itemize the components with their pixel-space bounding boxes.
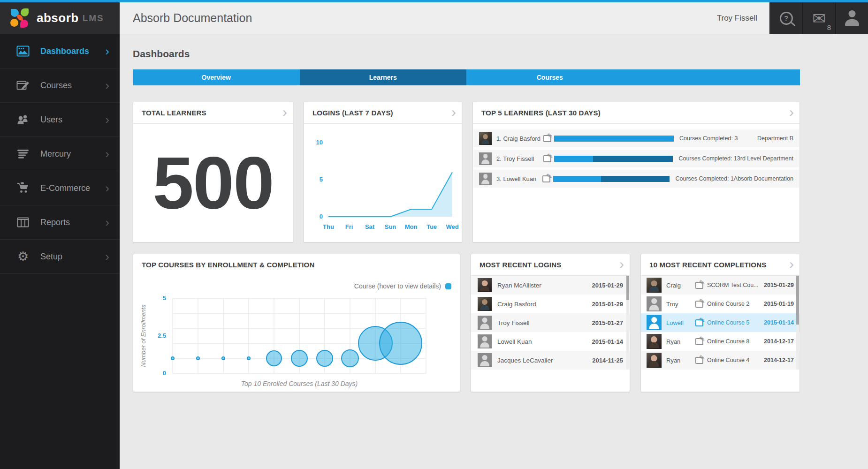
tab-courses[interactable]: Courses xyxy=(466,69,633,85)
sidebar-item-ecommerce[interactable]: E-Commerce › xyxy=(0,171,120,205)
cards-row-2: TOP COURSES BY ENROLLMENT & COMPLETION C… xyxy=(133,254,800,392)
sidebar-item-label: Courses xyxy=(40,81,72,91)
svg-text:Sat: Sat xyxy=(365,223,375,230)
login-row[interactable]: Ryan McAllister 2015-01-29 xyxy=(471,276,630,295)
login-row[interactable]: Troy Fissell 2015-01-27 xyxy=(471,313,630,332)
department: Department B xyxy=(757,135,793,142)
brand-logo[interactable]: absorb LMS xyxy=(0,2,120,34)
department: 3rd Level Department xyxy=(737,155,793,162)
reports-icon xyxy=(16,216,30,228)
login-row[interactable]: Lowell Kuan 2015-01-14 xyxy=(471,332,630,351)
mail-icon: ✉ xyxy=(812,11,826,25)
avatar xyxy=(647,353,662,368)
profile-button[interactable] xyxy=(835,2,868,34)
top-accent-strip xyxy=(0,0,868,2)
sidebar-item-setup[interactable]: ⚙ Setup › xyxy=(0,240,120,274)
avatar xyxy=(647,278,662,293)
completion-row[interactable]: Ryan Online Course 4 2014-12-17 xyxy=(641,351,799,370)
search-icon: ? xyxy=(780,12,793,25)
sidebar-item-label: Dashboards xyxy=(40,46,89,56)
svg-text:5: 5 xyxy=(320,176,323,183)
course-name: Online Course 4 xyxy=(707,357,761,363)
sidebar-item-label: Setup xyxy=(40,252,62,262)
tab-learners[interactable]: Learners xyxy=(300,69,467,85)
login-date: 2015-01-29 xyxy=(592,301,624,308)
edit-note-icon[interactable] xyxy=(542,175,550,182)
learner-name: 1. Craig Basford xyxy=(496,135,543,142)
total-learners-value: 500 xyxy=(133,124,293,241)
card-title: TOP 5 LEARNERS (LAST 30 DAYS) xyxy=(473,102,799,124)
gear-icon: ⚙ xyxy=(16,250,30,263)
chevron-right-icon[interactable]: › xyxy=(282,102,287,122)
completion-row-selected[interactable]: Lowell Online Course 5 2015-01-14 xyxy=(641,313,799,332)
svg-text:Wed: Wed xyxy=(446,223,458,230)
edit-note-icon[interactable] xyxy=(695,301,703,308)
avatar xyxy=(478,278,492,292)
login-date: 2015-01-14 xyxy=(592,338,624,345)
sidebar: absorb LMS Dashboards › Courses › xyxy=(0,2,120,469)
topbar: Absorb Documentation Troy Fissell ? ✉ 8 xyxy=(120,2,868,34)
chevron-right-icon[interactable]: › xyxy=(451,102,456,122)
avatar xyxy=(479,132,492,145)
learner-row[interactable]: 1. Craig Basford Courses Completed: 3 De… xyxy=(473,129,799,147)
edit-note-icon[interactable] xyxy=(695,282,703,289)
login-row[interactable]: Jacques LeCavalier 2014-11-25 xyxy=(471,351,630,370)
avatar xyxy=(479,152,492,165)
recent-completions-card: 10 MOST RECENT COMPLETIONS › Craig SCORM… xyxy=(640,254,800,392)
course-name: Online Course 8 xyxy=(707,338,761,345)
current-user-name[interactable]: Troy Fissell xyxy=(717,14,757,23)
cart-icon xyxy=(16,182,30,194)
completion-row[interactable]: Ryan Online Course 8 2014-12-17 xyxy=(641,332,799,351)
edit-note-icon[interactable] xyxy=(543,155,551,162)
card-title: TOP COURSES BY ENROLLMENT & COMPLETION xyxy=(133,254,460,276)
chevron-right-icon[interactable]: › xyxy=(789,254,794,274)
chevron-right-icon[interactable]: › xyxy=(619,254,624,274)
avatar xyxy=(478,316,492,330)
edit-note-icon[interactable] xyxy=(695,357,703,364)
user-name: Lowell Kuan xyxy=(497,338,532,345)
learner-row[interactable]: 2. Troy Fissell Courses Completed: 1 3rd… xyxy=(473,150,799,167)
edit-note-icon[interactable] xyxy=(695,319,703,326)
completion-row[interactable]: Troy Online Course 2 2015-01-19 xyxy=(641,295,799,313)
recent-logins-list: Ryan McAllister 2015-01-29 Craig Basford… xyxy=(471,276,630,370)
sidebar-item-mercury[interactable]: Mercury › xyxy=(0,137,120,171)
scrollbar-track[interactable] xyxy=(796,276,799,370)
sidebar-item-dashboards[interactable]: Dashboards › xyxy=(0,34,120,68)
svg-text:Thu: Thu xyxy=(323,223,334,230)
scrollbar-thumb[interactable] xyxy=(796,276,799,325)
course-legend-dot-icon xyxy=(445,283,451,289)
card-title: LOGINS (LAST 7 DAYS) xyxy=(304,102,462,124)
sidebar-item-label: Mercury xyxy=(40,149,71,159)
completion-row[interactable]: Craig SCORM Test Cou... 2015-01-29 xyxy=(641,276,799,295)
absorb-lms-app: absorb LMS Dashboards › Courses › xyxy=(0,0,868,469)
sidebar-item-label: Reports xyxy=(40,218,70,227)
learner-row[interactable]: 3. Lowell Kuan Courses Completed: 1 Abso… xyxy=(473,170,799,188)
top-courses-card: TOP COURSES BY ENROLLMENT & COMPLETION C… xyxy=(133,254,460,392)
sidebar-item-users[interactable]: Users › xyxy=(0,103,120,137)
chevron-right-icon[interactable]: › xyxy=(789,102,794,122)
user-name: Craig Basford xyxy=(497,301,536,308)
legend-label: Course (hover to view details) xyxy=(354,282,441,290)
avatar xyxy=(647,334,662,349)
topbar-right: Troy Fissell ? ✉ 8 xyxy=(717,2,868,34)
sidebar-item-reports[interactable]: Reports › xyxy=(0,205,120,240)
search-button[interactable]: ? xyxy=(769,2,802,34)
svg-text:Mon: Mon xyxy=(405,223,418,230)
tab-overview[interactable]: Overview xyxy=(133,69,300,85)
sidebar-item-courses[interactable]: Courses › xyxy=(0,68,120,103)
card-title: TOTAL LEARNERS xyxy=(133,102,293,124)
courses-completed: Courses Completed: 3 xyxy=(679,135,738,142)
courses-completed: Courses Completed: 1 xyxy=(678,155,737,162)
brand-suffix: LMS xyxy=(83,13,104,23)
login-row[interactable]: Craig Basford 2015-01-29 xyxy=(471,295,630,313)
completion-date: 2014-12-17 xyxy=(764,338,794,345)
scrollbar-thumb[interactable] xyxy=(626,276,629,300)
scrollbar-track[interactable] xyxy=(626,276,629,370)
user-name: Ryan xyxy=(666,338,695,345)
messages-button[interactable]: ✉ 8 xyxy=(802,2,835,34)
chevron-right-icon: › xyxy=(105,218,109,227)
course-name: Online Course 5 xyxy=(707,319,761,326)
chevron-right-icon: › xyxy=(105,183,109,193)
edit-note-icon[interactable] xyxy=(543,135,551,142)
edit-note-icon[interactable] xyxy=(695,338,703,345)
